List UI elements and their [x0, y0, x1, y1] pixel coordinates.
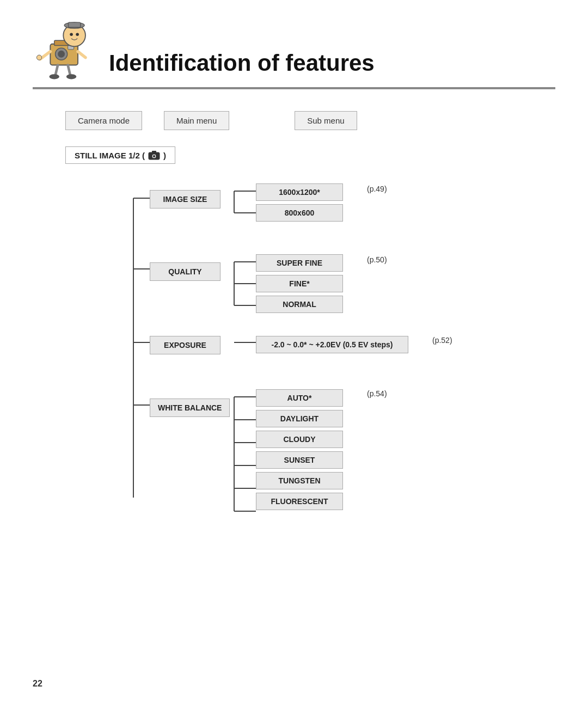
page-number: 22	[33, 679, 42, 689]
quality-box: QUALITY	[150, 262, 220, 281]
still-image-text: STILL IMAGE 1/2 (	[75, 151, 145, 160]
svg-point-8	[70, 33, 73, 36]
exposure-page-ref: (p.52)	[432, 336, 452, 345]
page-title: Identification of features	[109, 50, 555, 76]
col-header-sub-menu: Sub menu	[295, 111, 357, 130]
sub-fluorescent: FLUORESCENT	[256, 493, 343, 510]
image-size-label: IMAGE SIZE	[150, 190, 220, 209]
exposure-label: EXPOSURE	[150, 336, 220, 354]
exposure-box: EXPOSURE	[150, 336, 220, 354]
column-headers: Camera mode Main menu Sub menu	[65, 111, 555, 130]
col-header-main-menu: Main menu	[164, 111, 229, 130]
page-header: Identification of features	[0, 0, 588, 82]
image-size-page-ref: (p.49)	[367, 185, 387, 193]
white-balance-box: WHITE BALANCE	[150, 399, 230, 417]
exposure-subs: -2.0 ~ 0.0* ~ +2.0EV (0.5 EV steps)	[256, 336, 408, 353]
still-image-label: STILL IMAGE 1/2 ( )	[65, 146, 175, 164]
svg-point-19	[153, 155, 155, 157]
sub-sunset: SUNSET	[256, 451, 343, 469]
image-size-subs: 1600x1200* 800x600	[256, 183, 343, 222]
quality-label: QUALITY	[150, 262, 220, 281]
quality-page-ref: (p.50)	[367, 255, 387, 264]
sub-super-fine: SUPER FINE	[256, 254, 343, 272]
sub-exposure-range: -2.0 ~ 0.0* ~ +2.0EV (0.5 EV steps)	[256, 336, 408, 353]
mascot-icon	[33, 16, 98, 82]
svg-point-11	[36, 55, 41, 60]
svg-point-9	[76, 33, 79, 36]
sub-1600x1200: 1600x1200*	[256, 183, 343, 201]
white-balance-page-ref: (p.54)	[367, 389, 387, 398]
main-content: Camera mode Main menu Sub menu STILL IMA…	[0, 89, 588, 217]
camera-icon	[148, 150, 160, 160]
white-balance-label: WHITE BALANCE	[150, 399, 230, 417]
svg-point-15	[49, 74, 59, 79]
svg-line-14	[68, 65, 71, 76]
sub-fine: FINE*	[256, 275, 343, 292]
quality-subs: SUPER FINE FINE* NORMAL	[256, 254, 343, 313]
still-image-paren: )	[163, 151, 166, 160]
svg-point-16	[66, 74, 76, 79]
image-size-box: IMAGE SIZE	[150, 190, 220, 209]
sub-800x600: 800x600	[256, 204, 343, 222]
svg-rect-20	[152, 151, 156, 153]
sub-cloudy: CLOUDY	[256, 431, 343, 448]
sub-auto: AUTO*	[256, 389, 343, 407]
col-header-camera-mode: Camera mode	[65, 111, 142, 130]
sub-normal: NORMAL	[256, 296, 343, 313]
title-block: Identification of features	[109, 50, 555, 82]
svg-line-13	[56, 65, 58, 76]
svg-rect-7	[69, 22, 81, 27]
sub-tungsten: TUNGSTEN	[256, 472, 343, 489]
svg-line-12	[78, 52, 85, 58]
svg-point-2	[58, 51, 65, 58]
white-balance-subs: AUTO* DAYLIGHT CLOUDY SUNSET TUNGSTEN FL…	[256, 389, 343, 510]
sub-daylight: DAYLIGHT	[256, 410, 343, 427]
